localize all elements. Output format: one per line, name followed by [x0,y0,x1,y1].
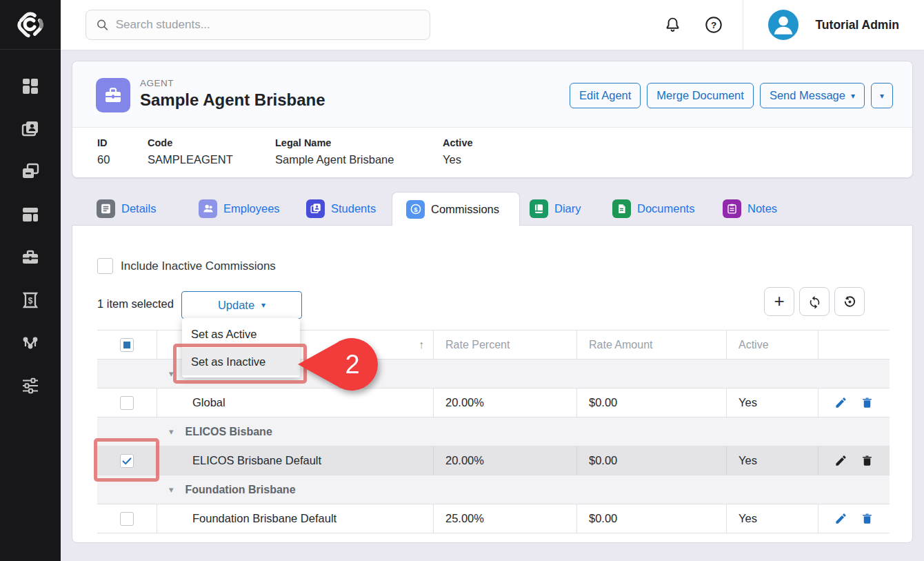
field-value: Sample Agent Brisbane [275,153,394,166]
app-logo[interactable] [0,0,61,50]
merge-document-button[interactable]: Merge Document [647,83,754,108]
entity-type-label: AGENT [140,78,174,88]
sliders-icon [21,376,40,395]
tab-label: Documents [637,202,694,215]
group-name: ELICOS Bisbane [185,426,272,438]
menu-item-set-as-inactive[interactable]: Set as Inactive [182,348,300,375]
collapse-icon[interactable]: ▾ [169,426,174,437]
svg-text:$: $ [28,296,33,306]
page-title: Sample Agent Brisbane [140,90,325,110]
table-row-selected[interactable]: ELICOS Brisbane Default 20.00% $0.00 Yes [97,446,890,475]
profile-menu[interactable]: Tutorial Admin [743,10,924,40]
help-button[interactable]: ? [700,11,727,39]
sidebar-item-dashboard[interactable] [15,76,46,97]
row-checkbox[interactable] [120,512,134,526]
delete-icon[interactable] [861,454,874,467]
agent-tabs: Details Employees Students $ Commissions… [72,192,913,226]
field-label: Legal Name [275,137,394,148]
tab-documents[interactable]: Documents [612,192,694,225]
collapse-icon[interactable]: ▾ [169,368,174,379]
indeterminate-mark [123,342,130,348]
table-row[interactable]: Global 20.00% $0.00 Yes [97,388,890,417]
students-icon [306,199,325,218]
row-checkbox[interactable] [120,396,134,410]
selection-toolbar: 1 item selected Update ▾ + [97,291,889,319]
select-all-checkbox[interactable] [120,338,134,352]
menu-item-set-as-active[interactable]: Set as Active [182,320,300,348]
agent-header: AGENT Sample Agent Brisbane Edit Agent M… [72,61,912,128]
tab-employees[interactable]: Employees [199,192,280,225]
collapse-icon[interactable]: ▾ [169,484,174,495]
field-label: ID [97,137,110,148]
group-row: ▾ Foundation Brisbane [97,475,890,504]
send-message-button[interactable]: Send Message▾ [760,83,865,108]
caret-down-icon: ▾ [261,301,265,309]
include-inactive-checkbox[interactable] [97,258,113,274]
search-input[interactable] [116,18,420,32]
details-icon [97,199,115,218]
plus-icon: + [774,292,784,310]
briefcase-icon [21,248,40,267]
sidebar-item-courses[interactable] [15,161,46,182]
sidebar-item-settings[interactable] [15,375,46,396]
field-value: 60 [97,153,110,166]
delete-icon[interactable] [861,512,874,525]
topbar: ? Tutorial Admin [61,0,924,50]
tab-label: Commissions [431,203,499,216]
column-header-rate-amount[interactable]: Rate Amount [577,331,727,359]
sidebar-item-reports[interactable] [15,204,46,225]
tab-details[interactable]: Details [97,192,156,225]
update-dropdown-button[interactable]: Update ▾ [181,291,302,319]
tab-label: Details [121,202,156,215]
sidebar: $ [0,0,61,561]
documents-icon [612,199,631,218]
column-header-actions [818,331,890,359]
field-label: Active [443,137,473,148]
delete-icon[interactable] [861,396,874,409]
history-button[interactable] [834,287,865,316]
rate-amount: $0.00 [577,388,727,417]
sidebar-item-agents[interactable] [15,247,46,268]
student-card-icon [21,119,40,139]
commissions-panel: Include Inactive Commissions 1 item sele… [72,225,913,543]
table-row[interactable]: Foundation Brisbane Default 25.00% $0.00… [97,504,890,533]
tab-commissions[interactable]: $ Commissions [392,192,520,226]
rate-amount: $0.00 [577,504,727,533]
sidebar-item-network[interactable] [15,333,46,353]
sidebar-nav: $ [0,50,61,396]
commission-name: Foundation Brisbane Default [157,504,434,533]
more-actions-button[interactable]: ▾ [871,83,893,108]
search-box[interactable] [86,10,430,40]
rate-percent: 20.00% [434,446,577,475]
column-header-active[interactable]: Active [727,331,818,359]
edit-agent-button[interactable]: Edit Agent [570,83,641,108]
commissions-icon: $ [406,200,425,219]
agent-briefcase-icon [101,83,125,107]
refresh-button[interactable] [799,287,830,316]
active-value: Yes [727,504,818,533]
notifications-button[interactable] [659,11,686,39]
agent-actions: Edit Agent Merge Document Send Message▾ … [570,83,893,108]
edit-icon[interactable] [834,396,847,409]
sort-ascending-icon[interactable]: ↑ [419,339,424,351]
bell-icon [663,16,682,35]
person-icon [768,10,799,40]
column-header-rate-percent[interactable]: Rate Percent [434,331,577,359]
tab-label: Students [331,202,376,215]
tab-students[interactable]: Students [306,192,376,225]
include-inactive-label: Include Inactive Commissions [121,259,276,273]
rate-percent: 25.00% [434,504,577,533]
tab-diary[interactable]: Diary [530,192,581,225]
edit-icon[interactable] [834,512,847,525]
topbar-right: ? Tutorial Admin [659,0,924,50]
field-label: Code [148,137,233,148]
tab-notes[interactable]: Notes [723,192,777,225]
rate-percent: 20.00% [434,388,577,417]
sidebar-item-students[interactable] [15,119,46,139]
add-commission-button[interactable]: + [764,287,794,316]
edit-icon[interactable] [834,454,847,467]
row-checkbox-checked[interactable] [120,454,134,468]
caret-down-icon: ▾ [880,92,884,100]
sidebar-item-finance[interactable]: $ [15,290,46,311]
agent-summary-card: AGENT Sample Agent Brisbane Edit Agent M… [72,61,913,178]
